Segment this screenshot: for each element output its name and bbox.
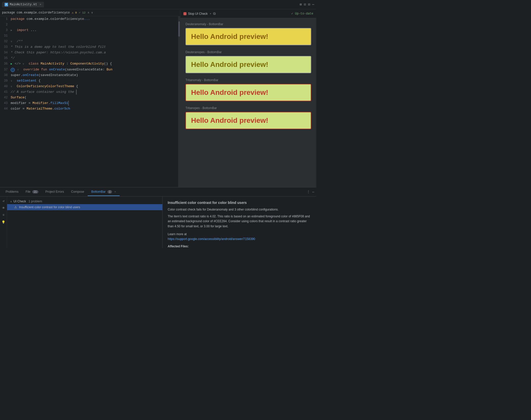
- chevron-down-icon[interactable]: ▾: [210, 12, 211, 15]
- line-number: 36: [0, 61, 11, 66]
- left-sidebar: ↺ 👁 ≡ 💡: [0, 197, 7, 248]
- line-text: color = MaterialTheme.colorSch: [11, 106, 180, 111]
- detail-panel: Insufficient color contrast for color bl…: [163, 197, 316, 248]
- code-line-44: 44 color = MaterialTheme.colorSch: [0, 106, 180, 112]
- code-line-35: 35 */: [0, 55, 180, 61]
- bottom-content: ↺ 👁 ≡ 💡 ∨ UI Check 1 problem ⚠ Insuffici…: [0, 197, 316, 248]
- learn-more-link[interactable]: https://support.google.com/accessibility…: [168, 237, 255, 241]
- ui-check-fold-icon[interactable]: ∨: [10, 200, 12, 203]
- stop-ui-check-button[interactable]: Stop UI Check: [183, 12, 208, 16]
- line-number: 41: [0, 89, 11, 95]
- line-number: 39: [0, 78, 11, 83]
- file-count-badge: 21: [32, 190, 38, 193]
- nav-up-icon[interactable]: ∧: [88, 11, 89, 14]
- bottombar-count-badge: 1: [107, 190, 112, 193]
- minimize-icon[interactable]: —: [312, 190, 314, 194]
- scrollbar-thumb[interactable]: [178, 21, 180, 37]
- up-to-date-label: ✓ Up-to-date: [291, 12, 313, 16]
- tab-close-button[interactable]: ×: [40, 3, 41, 6]
- code-line-42: 42 Surface(: [0, 95, 180, 100]
- more-options-icon[interactable]: ⋮: [307, 190, 310, 194]
- tab-list: K MainActivity.kt ×: [2, 2, 44, 7]
- tab-problems[interactable]: Problems: [2, 188, 22, 196]
- preview-box: Hello Android preview!: [185, 84, 311, 101]
- fold-icon[interactable]: ▶: [11, 28, 14, 32]
- ui-check-header: ∨ UI Check 1 problem: [7, 199, 162, 204]
- tab-filename: MainActivity.kt: [10, 3, 37, 6]
- line-text: ∨ setContent {: [11, 78, 180, 83]
- line-text: package com.example.colordeficiencyco...: [11, 17, 180, 22]
- more-icon[interactable]: ⋯: [312, 2, 314, 7]
- tab-project-errors[interactable]: Project Errors: [42, 188, 68, 196]
- fold-icon[interactable]: ∨: [11, 79, 14, 82]
- code-line-39: 39 ∨ setContent {: [0, 78, 180, 84]
- run-icon[interactable]: ▶: [11, 62, 12, 67]
- split-view-icon[interactable]: ⧉: [213, 12, 216, 16]
- line-number: 37: [0, 67, 11, 72]
- code-line-38: 38 super.onCreate(savedInstanceState): [0, 72, 180, 78]
- tab-compose[interactable]: Compose: [68, 188, 88, 196]
- tab-bottombar[interactable]: BottomBar 1 ×: [88, 188, 119, 196]
- list-icon[interactable]: ≡: [1, 213, 6, 217]
- refresh-icon[interactable]: ↺: [1, 199, 6, 203]
- line-number: 44: [0, 106, 11, 111]
- stop-button-label: Stop UI Check: [188, 12, 208, 16]
- code-line-40: 40 ∨ ColorDeficiencyColorTestTheme {: [0, 84, 180, 89]
- eye-icon[interactable]: 👁: [1, 206, 6, 210]
- preview-section-2: Tritanomaly - BottomBarHello Android pre…: [185, 78, 311, 101]
- preview-box: Hello Android preview!: [185, 28, 311, 45]
- bulb-icon[interactable]: 💡: [1, 220, 6, 224]
- line-number: 38: [0, 73, 11, 78]
- line-number: 35: [0, 56, 11, 61]
- problem-text: Insufficient color contrast for color bl…: [19, 205, 80, 209]
- line-text: ▶ import ...: [11, 28, 180, 33]
- line-number: 1: [0, 17, 11, 22]
- code-line-32: 32 ∨ /**: [0, 39, 180, 44]
- layout-icon[interactable]: ⊡: [304, 2, 306, 7]
- preview-section-1: Deuteranopes - BottomBarHello Android pr…: [185, 50, 311, 73]
- nav-down-icon[interactable]: ∨: [91, 11, 93, 14]
- ui-check-label: UI Check: [13, 200, 26, 203]
- code-line-43: 43 modifier = Modifier.fillMaxSi: [0, 100, 180, 106]
- grid-icon[interactable]: ⊞: [300, 2, 302, 7]
- line-text: ∨ ColorDeficiencyColorTestTheme {: [11, 84, 180, 89]
- code-line-33: 33 * This is a demo app to test the colo…: [0, 44, 180, 50]
- preview-text: Hello Android preview!: [191, 61, 306, 69]
- learn-more-text: Learn more at https://support.google.com…: [168, 232, 311, 242]
- line-number: 34: [0, 50, 11, 55]
- check-count: ✓ 12: [79, 11, 85, 14]
- image-icon[interactable]: ⊟: [308, 2, 310, 7]
- code-header: package com.example.colordeficiencyco ⚠ …: [0, 9, 180, 16]
- fold-icon[interactable]: ∨: [17, 67, 21, 71]
- preview-section-label: Deuteranomaly - BottomBar: [185, 22, 311, 26]
- fold-icon[interactable]: ∨: [11, 39, 14, 43]
- detail-body1: Color contrast check fails for Deuterano…: [168, 207, 311, 212]
- line-text: Surface(: [11, 95, 180, 100]
- preview-panel: Stop UI Check ▾ ⧉ ✓ Up-to-date Deuterano…: [180, 9, 316, 187]
- line-number: 43: [0, 101, 11, 106]
- line-text: * This is a demo app to test the colorbl…: [11, 44, 180, 50]
- preview-box: Hello Android preview!: [185, 56, 311, 73]
- detail-title: Insufficient color contrast for color bl…: [168, 201, 311, 205]
- fold-icon[interactable]: ∨: [11, 84, 14, 88]
- breadcrumb: package com.example.colordeficiencyco: [2, 11, 70, 14]
- ui-check-count: 1 problem: [28, 200, 42, 203]
- vertical-scrollbar[interactable]: [178, 16, 180, 187]
- code-line-41: 41 // A surface container using the: [0, 89, 180, 95]
- kotlin-file-icon: K: [5, 3, 8, 6]
- preview-header: Stop UI Check ▾ ⧉ ✓ Up-to-date: [180, 9, 316, 18]
- preview-section-0: Deuteranomaly - BottomBarHello Android p…: [185, 22, 311, 45]
- line-text: super.onCreate(savedInstanceState): [11, 73, 180, 78]
- tab-file[interactable]: File 21: [22, 188, 42, 196]
- main-activity-tab[interactable]: K MainActivity.kt ×: [2, 2, 44, 7]
- line-number: 31: [0, 33, 11, 38]
- code-line-36: 36 ▶ </> ∨ class MainActivity : Componen…: [0, 61, 180, 67]
- problems-list: ∨ UI Check 1 problem ⚠ Insufficient colo…: [7, 197, 162, 248]
- bottom-panel: Problems File 21 Project Errors Compose …: [0, 187, 316, 248]
- up-to-date-badge: ✓ Up-to-date: [291, 12, 313, 16]
- warning-count: ⚠ 9: [72, 11, 77, 14]
- fold-icon[interactable]: ∨: [23, 62, 26, 65]
- problem-item[interactable]: ⚠ Insufficient color contrast for color …: [7, 204, 162, 210]
- bottombar-tab-close[interactable]: ×: [114, 190, 116, 193]
- warning-icon: ⚠: [14, 205, 17, 209]
